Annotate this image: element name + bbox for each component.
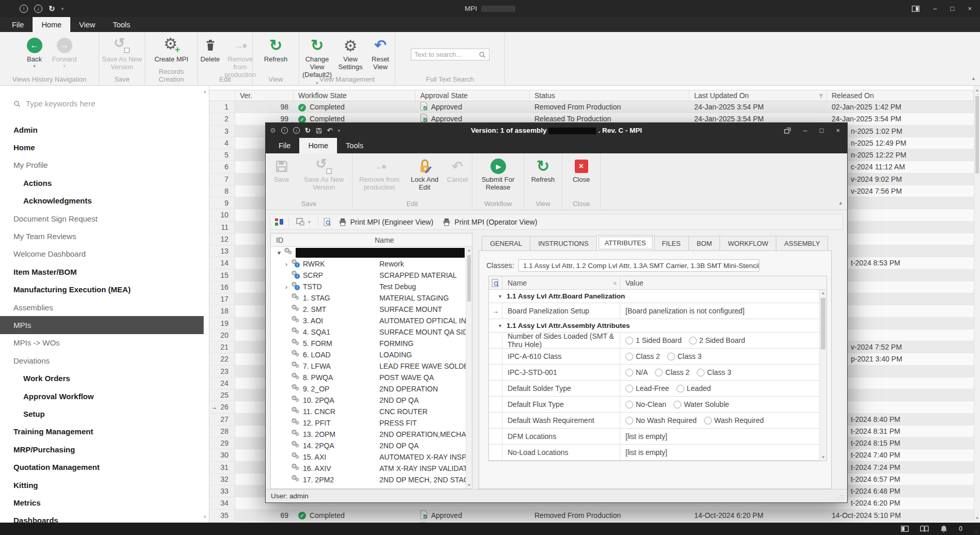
dialog-menu-tab-home[interactable]: Home xyxy=(299,138,337,153)
tree-row-13-2opm[interactable]: ⚙⚙13. 2OPM 2ND OPERATION,MECHANICAL xyxy=(271,429,466,440)
attribute-row-ipc-j-std-001[interactable]: IPC-J-STD-001 N/AClass 2Class 3 xyxy=(489,365,826,381)
scroll-down-icon[interactable]: ▼ xyxy=(974,516,980,521)
sidebar-item-acknowledgments[interactable]: Acknowledgments xyxy=(0,192,204,210)
column-header-row-indicator[interactable] xyxy=(209,90,235,101)
submit-for-release-button[interactable]: ▶ Submit For Release xyxy=(472,156,524,192)
radio-option-class-2[interactable]: Class 2 xyxy=(625,352,660,360)
fulltext-search-input[interactable]: Text to search... xyxy=(411,49,489,60)
radio-option-no-wash-required[interactable]: No Wash Required xyxy=(625,416,697,424)
attributes-scrollbar[interactable]: ▲ ▼ xyxy=(819,290,826,461)
table-row[interactable]: 35 69 ✓Completed Approved Removed From P… xyxy=(209,510,974,522)
radio-option-class-2[interactable]: Class 2 xyxy=(655,368,690,376)
tree-row-1-stag[interactable]: ⚙⚙1. STAG MATERIAL STAGING xyxy=(271,292,466,304)
radio-circle-icon[interactable] xyxy=(689,337,697,344)
tab-instructions[interactable]: INSTRUCTIONS xyxy=(530,236,597,251)
tree-row-15-axi[interactable]: ⚙⚙15. AXI AUTOMATED X-RAY INSP xyxy=(271,451,466,463)
ellipsis-button[interactable]: … xyxy=(732,307,740,315)
tree-row-5-form[interactable]: ⚙⚙5. FORM FORMING xyxy=(271,338,466,349)
sidebar-item-mrp-purchasing[interactable]: MRP/Purchasing xyxy=(0,440,204,458)
refresh-button[interactable]: ↻ Refresh xyxy=(262,35,290,64)
panel-split-icon[interactable] xyxy=(901,526,909,532)
sidebar-item-admin[interactable]: Admin xyxy=(0,121,204,138)
dropdown-icon[interactable]: ▾ xyxy=(62,6,64,11)
column-header-last-updated-on[interactable]: Last Updated On xyxy=(690,90,827,101)
tab-general[interactable]: GENERAL xyxy=(482,236,530,251)
tab-workflow[interactable]: WORKFLOW xyxy=(720,236,776,251)
sidebar-item-document-sign-request[interactable]: Document Sign Request xyxy=(0,210,204,227)
tree-row-rwrk[interactable]: › ⚙iRWRK Rework xyxy=(271,258,466,270)
search-doc-icon[interactable] xyxy=(489,276,502,289)
arrow-down-circle-icon[interactable]: ↓ xyxy=(34,5,42,13)
collapse-expander-icon[interactable]: ▾ xyxy=(275,249,283,257)
create-mpi-button[interactable]: ⚙+ Create MPI xyxy=(152,35,191,64)
minimize-icon[interactable]: – xyxy=(803,127,807,134)
attribute-row-ipc-a-610-class[interactable]: IPC-A-610 Class Class 2Class 3 xyxy=(489,349,826,365)
undo-small-icon[interactable]: ↶ xyxy=(327,127,333,134)
sidebar-item-mpis[interactable]: MPIs xyxy=(0,316,204,334)
ellipsis-button[interactable]: … xyxy=(655,448,663,457)
disk-small-icon[interactable] xyxy=(316,128,322,134)
tree-row-7-lfwa[interactable]: ⚙⚙7. LFWA LEAD FREE WAVE SOLDER xyxy=(271,360,466,372)
delete-button[interactable]: Delete xyxy=(196,35,225,64)
panels-icon[interactable] xyxy=(912,6,920,12)
sidebar-item-home[interactable]: Home xyxy=(0,138,204,156)
tree-row-9-2-op[interactable]: ⚙⚙9. 2_OP 2ND OPERATION xyxy=(271,383,466,395)
classes-value-field[interactable]: 1.1 Assy Lvl Attr, 1.2 Comp Lvl Attr, 1.… xyxy=(518,259,759,272)
tree-row-16-axiv[interactable]: ⚙⚙16. AXIV ATM X-RAY INSP VALIDATION xyxy=(271,463,466,474)
ellipsis-button[interactable]: … xyxy=(655,432,663,440)
collapse-group-icon[interactable]: ▾ xyxy=(489,293,502,299)
sidebar-item-kitting[interactable]: Kitting xyxy=(0,476,204,494)
attribute-row-default-wash-requirement[interactable]: Default Wash Requirement No Wash Require… xyxy=(489,413,826,429)
radio-option-n-a[interactable]: N/A xyxy=(625,368,648,376)
radio-option-water-soluble[interactable]: Water Soluble xyxy=(673,400,729,408)
menu-tab-tools[interactable]: Tools xyxy=(104,17,139,32)
sidebar-item-actions[interactable]: Actions xyxy=(0,174,204,192)
view-settings-button[interactable]: ⚙ View Settings xyxy=(336,35,365,72)
radio-circle-icon[interactable] xyxy=(667,353,675,360)
radio-option-class-3[interactable]: Class 3 xyxy=(697,368,731,376)
radio-option-no-clean[interactable]: No-Clean xyxy=(625,400,666,408)
arrow-down-circle-icon[interactable]: ↓ xyxy=(293,127,300,134)
tree-row-4-sqa1[interactable]: ⚙⚙4. SQA1 SURFACE MOUNT QA SIDE 1 xyxy=(271,326,466,338)
tree-column-header-name[interactable]: Name xyxy=(370,233,467,246)
column-header-value[interactable]: Value xyxy=(620,276,826,289)
attribute-group-1-1-assy-lvl-attr-assembly-attributes[interactable]: ▾ 1.1 Assy Lvl Attr.Assembly Attributes xyxy=(489,319,826,333)
resize-grip[interactable]: .:: xyxy=(838,493,847,499)
menu-tab-file[interactable]: File xyxy=(3,17,33,32)
tree-row-2-smt[interactable]: ⚙⚙2. SMT SURFACE MOUNT xyxy=(271,304,466,315)
sidebar-item-assemblies[interactable]: Assemblies xyxy=(0,298,204,316)
dialog-menu-tab-tools[interactable]: Tools xyxy=(337,138,372,153)
maximize-icon[interactable]: □ xyxy=(820,127,824,134)
popout-icon[interactable] xyxy=(784,128,791,134)
tree-scrollbar[interactable]: ▲ ▼ xyxy=(466,247,472,489)
radio-circle-icon[interactable] xyxy=(673,401,681,408)
tree-root-row[interactable]: ▾ ⚙⚙ xyxy=(271,247,466,258)
sidebar-item-item-master-bom[interactable]: Item Master/BOM xyxy=(0,263,204,280)
tab-attributes[interactable]: ATTRIBUTES xyxy=(597,235,654,251)
sidebar-scroll-down-icon[interactable]: ▼ xyxy=(203,514,207,520)
bell-icon[interactable] xyxy=(940,525,947,533)
tree-row-scrp[interactable]: ⚙iSCRP SCRAPPED MATERIAL xyxy=(271,270,466,281)
scrollbar-thumb[interactable] xyxy=(467,255,471,302)
column-header-approval-state[interactable]: Approval State xyxy=(416,90,530,101)
scroll-down-icon[interactable]: ▼ xyxy=(466,483,472,487)
print-mpi-operator-button[interactable]: Print MPI (Operator View) xyxy=(440,218,539,226)
close-button[interactable]: × Close xyxy=(567,156,596,184)
radio-option-2-sided-board[interactable]: 2 Sided Board xyxy=(689,336,745,344)
print-preview-icon[interactable] xyxy=(324,218,331,226)
save-layout-button[interactable]: ▾ xyxy=(294,218,313,226)
refresh-white-icon[interactable]: ↻ xyxy=(49,4,55,13)
sidebar-item-work-orders[interactable]: Work Orders xyxy=(0,369,204,387)
sidebar-item-dashboards[interactable]: Dashboards xyxy=(0,512,204,523)
radio-circle-icon[interactable] xyxy=(677,385,684,392)
sidebar-item-training-management[interactable]: Training Management xyxy=(0,423,204,440)
attribute-row-dfm-locations[interactable]: DFM Locations [list is empty]… xyxy=(489,429,826,445)
tree-row-17-2pm2[interactable]: ⚙⚙17. 2PM2 2ND OP MECH, 2ND STAGE xyxy=(271,474,466,485)
tree-row-12-pfit[interactable]: ⚙⚙12. PFIT PRESS FIT xyxy=(271,417,466,429)
lock-and-edit-button[interactable]: Lock And Edit xyxy=(407,156,442,192)
tree-row-6-load[interactable]: ⚙⚙6. LOAD LOADING xyxy=(271,349,466,360)
sidebar-item-approval-workflow[interactable]: Approval Workflow xyxy=(0,387,204,405)
menu-tab-view[interactable]: View xyxy=(70,17,104,32)
radio-option-1-sided-board[interactable]: 1 Sided Board xyxy=(625,336,682,344)
tab-files[interactable]: FILES xyxy=(654,236,689,251)
